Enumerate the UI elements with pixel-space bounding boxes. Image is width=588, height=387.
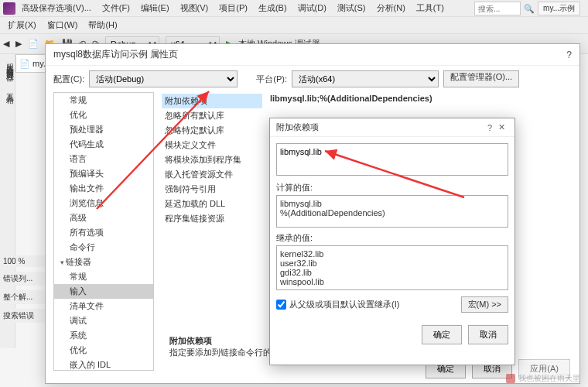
calc-values-box: libmysql.lib %(AdditionalDependencies): [276, 195, 508, 228]
tree-linker[interactable]: 链接器: [54, 255, 153, 269]
edit-dialog-title: 附加依赖项: [276, 122, 319, 133]
tree-linker-general[interactable]: 常规: [54, 269, 153, 284]
menu-help[interactable]: 帮助(H): [84, 18, 121, 33]
menu-extensions[interactable]: 扩展(X): [3, 18, 41, 33]
csdn-logo-icon: [506, 374, 515, 383]
edit-cancel-button[interactable]: 取消: [468, 325, 508, 344]
edit-ok-button[interactable]: 确定: [422, 325, 462, 344]
menu-test[interactable]: 测试(S): [333, 1, 371, 15]
config-dropdown[interactable]: 活动(Debug): [89, 70, 238, 87]
tree-advanced[interactable]: 高级: [54, 211, 153, 225]
tree-preproc[interactable]: 预处理器: [54, 122, 153, 137]
prop-ignore-all[interactable]: 忽略所有默认库: [162, 108, 262, 123]
dialog-titlebar[interactable]: mysql8数据库访问示例 属性页 ?: [46, 44, 579, 66]
macro-button[interactable]: 宏(M) >>: [461, 296, 508, 313]
edit-dialog-buttons: 确定 取消: [270, 319, 514, 351]
tree-codegen[interactable]: 代码生成: [54, 137, 153, 152]
tree-output[interactable]: 输出文件: [54, 181, 153, 196]
menu-tools[interactable]: 工具(T): [412, 1, 449, 15]
tree-lang[interactable]: 语言: [54, 152, 153, 166]
watermark: 我也被困在雨天里: [506, 373, 580, 384]
sub-menubar: 扩展(X) 窗口(W) 帮助(H): [0, 17, 588, 34]
desc-text: 指定要添加到链接命令行的: [169, 347, 272, 358]
tree-precompile[interactable]: 预编译头: [54, 166, 153, 181]
new-file-icon[interactable]: 📄: [28, 39, 39, 49]
inherit-label: 继承的值:: [276, 232, 508, 244]
tree-linker-optimize[interactable]: 优化: [54, 343, 153, 358]
tree-linker-input[interactable]: 输入: [54, 284, 153, 299]
inh-val-4: winspool.lib: [280, 277, 504, 286]
calc-val-2: %(AdditionalDependencies): [280, 208, 504, 217]
inh-val-3: gdi32.lib: [280, 268, 504, 277]
menu-view[interactable]: 视图(V): [176, 1, 214, 15]
config-row: 配置(C): 活动(Debug) 平台(P): 活动(x64) 配置管理器(O)…: [46, 66, 579, 92]
menu-advanced-save[interactable]: 高级保存选项(V)...: [17, 1, 96, 15]
tree-linker-idl[interactable]: 嵌入的 IDL: [54, 358, 153, 371]
platform-label: 平台(P):: [256, 74, 287, 85]
inh-val-2: user32.lib: [280, 259, 504, 268]
edit-help-icon[interactable]: ?: [484, 123, 495, 132]
nav-fwd-icon[interactable]: ▶: [15, 39, 22, 49]
tree-linker-manifest[interactable]: 清单文件: [54, 299, 153, 313]
cpp-file-icon: 📄: [19, 59, 30, 69]
vs-logo-icon: [3, 2, 15, 15]
edit-value-textarea[interactable]: libmysql.lib: [276, 143, 508, 176]
tree-allopts[interactable]: 所有选项: [54, 225, 153, 240]
calc-val-1: libmysql.lib: [280, 199, 504, 208]
inherit-check-row: 从父级或项目默认设置继承(I) 宏(M) >>: [276, 296, 508, 313]
menu-project[interactable]: 项目(P): [214, 1, 252, 15]
prop-add-deps-value[interactable]: libmysql.lib;%(AdditionalDependencies): [270, 94, 572, 103]
tree-browse[interactable]: 浏览信息: [54, 196, 153, 211]
inherit-checkbox-label: 从父级或项目默认设置继承(I): [289, 299, 399, 310]
prop-module-def[interactable]: 模块定义文件: [162, 138, 262, 152]
tree-linker-debug[interactable]: 调试: [54, 313, 153, 328]
search-input[interactable]: [474, 2, 521, 15]
inherit-values-box: kernel32.lib user32.lib gdi32.lib winspo…: [276, 245, 508, 290]
tree-linker-system[interactable]: 系统: [54, 328, 153, 343]
config-manager-button[interactable]: 配置管理器(O)...: [443, 70, 519, 87]
inherit-checkbox[interactable]: [276, 300, 286, 310]
property-list: 附加依赖项 忽略所有默认库 忽略特定默认库 模块定义文件 将模块添加到程序集 嵌…: [162, 92, 262, 371]
tree-general[interactable]: 常规: [54, 93, 153, 108]
watermark-text: 我也被困在雨天里: [518, 373, 580, 384]
prop-assembly-link[interactable]: 程序集链接资源: [162, 211, 262, 226]
property-tree[interactable]: 常规 优化 预处理器 代码生成 语言 预编译头 输出文件 浏览信息 高级 所有选…: [53, 92, 154, 371]
desc-title: 附加依赖项: [169, 335, 272, 347]
server-explorer-tab[interactable]: 服务器资源管理器: [5, 57, 14, 70]
nav-back-icon[interactable]: ◀: [3, 39, 9, 49]
prop-add-module[interactable]: 将模块添加到程序集: [162, 152, 262, 167]
edit-dialog-body: libmysql.lib 计算的值: libmysql.lib %(Additi…: [270, 137, 514, 319]
help-icon[interactable]: ?: [566, 50, 572, 60]
config-label: 配置(C):: [53, 74, 84, 85]
prop-delay-dll[interactable]: 延迟加载的 DLL: [162, 197, 262, 211]
menu-file[interactable]: 文件(F): [97, 1, 135, 15]
search-icon[interactable]: 🔍: [524, 4, 535, 14]
toolbox-tab[interactable]: 工具箱: [5, 87, 14, 92]
menu-edit[interactable]: 编辑(E): [136, 1, 174, 15]
calc-label: 计算的值:: [276, 182, 508, 194]
edit-dialog-titlebar[interactable]: 附加依赖项 ? ✕: [270, 118, 514, 137]
edit-dialog: 附加依赖项 ? ✕ libmysql.lib 计算的值: libmysql.li…: [269, 118, 515, 365]
prop-add-deps[interactable]: 附加依赖项: [162, 94, 262, 108]
edit-close-icon[interactable]: ✕: [495, 122, 508, 132]
prop-force-symbol[interactable]: 强制符号引用: [162, 182, 262, 197]
prop-embed-managed[interactable]: 嵌入托管资源文件: [162, 167, 262, 182]
inh-val-1: kernel32.lib: [280, 249, 504, 259]
dialog-title: mysql8数据库访问示例 属性页: [53, 48, 178, 61]
prop-ignore-spec[interactable]: 忽略特定默认库: [162, 123, 262, 138]
menu-build[interactable]: 生成(B): [254, 1, 292, 15]
property-description: 附加依赖项 指定要添加到链接命令行的: [169, 335, 272, 358]
solution-name-button[interactable]: my...示例: [538, 2, 580, 15]
search-area: 🔍 my...示例: [474, 2, 580, 15]
menu-window[interactable]: 窗口(W): [43, 18, 83, 33]
platform-dropdown[interactable]: 活动(x64): [292, 70, 439, 87]
menu-debug[interactable]: 调试(D): [293, 1, 331, 15]
menu-analyze[interactable]: 分析(N): [372, 1, 410, 15]
tree-optimize[interactable]: 优化: [54, 108, 153, 122]
tree-cmdline[interactable]: 命令行: [54, 240, 153, 255]
